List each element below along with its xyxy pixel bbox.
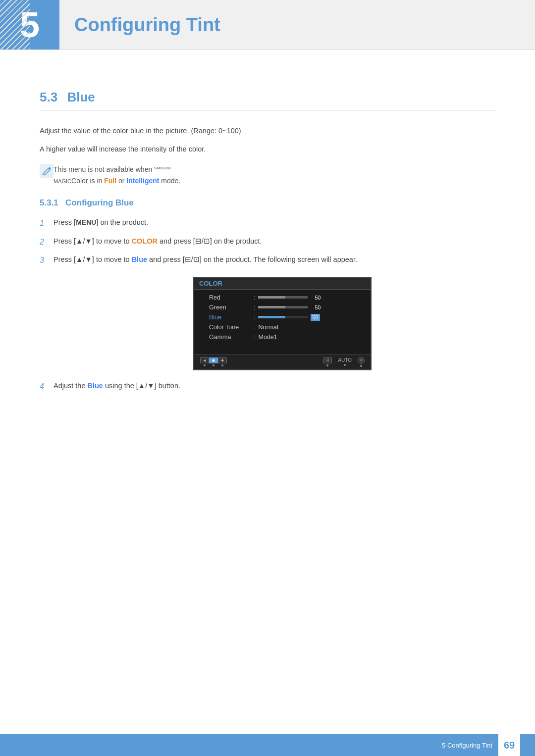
footer-page-number: 69 xyxy=(498,734,520,756)
footer-btn-auto: AUTO xyxy=(338,357,352,366)
footer-btn-power: ⊙ xyxy=(358,357,365,367)
main-content: 5.3 Blue Adjust the value of the color b… xyxy=(0,90,535,443)
subsection-title-text: Configuring Blue xyxy=(65,198,134,207)
footer-chapter-text: 5 Configuring Tint xyxy=(442,742,492,749)
menu-key: MENU xyxy=(76,218,96,226)
step-number-1: 1 xyxy=(40,217,54,230)
menu-row-blue: Blue : 50 xyxy=(194,312,371,322)
chapter-title: Configuring Tint xyxy=(59,14,220,36)
bar-track-green xyxy=(258,306,308,308)
footer-dot-1 xyxy=(204,364,206,366)
footer-icon-square: ■ xyxy=(209,357,218,363)
footer-dot-6 xyxy=(360,365,362,367)
note-end: mode. xyxy=(159,177,180,185)
footer-icon-plus: ✚ xyxy=(218,357,227,363)
steps-list: 1 Press [MENU] on the product. 2 Press [… xyxy=(40,217,495,267)
note-full-word: Full xyxy=(104,177,116,185)
menu-value-gamma: Mode1 xyxy=(258,334,277,341)
menu-row-red: Red : 50 xyxy=(194,293,371,302)
note-intelligent-word: Intelligent xyxy=(126,177,159,185)
menu-row-green: Green : 50 xyxy=(194,302,371,312)
footer-icon-power: ⊙ xyxy=(358,357,365,364)
step-text-1: Press [MENU] on the product. xyxy=(54,217,495,228)
color-word-step2: COLOR xyxy=(132,237,158,245)
footer-dot-5 xyxy=(344,364,346,366)
bar-track-blue xyxy=(258,316,308,318)
step-text-4: Adjust the Blue using the [▲/▼] button. xyxy=(54,380,495,392)
footer-btn-monitor: ⊟ xyxy=(323,357,332,366)
step-2: 2 Press [▲/▼] to move to COLOR and press… xyxy=(40,236,495,249)
chapter-banner: 5 Configuring Tint xyxy=(0,0,535,50)
menu-row-gamma: Gamma : Mode1 xyxy=(194,332,371,342)
description-para2: A higher value will increase the intensi… xyxy=(40,144,495,155)
footer-btn-square: ■ xyxy=(209,357,218,366)
step-text-3: Press [▲/▼] to move to Blue and press [⊟… xyxy=(54,254,495,265)
note-text-before: This menu is not available when xyxy=(54,165,154,173)
bar-value-blue: 50 xyxy=(311,314,320,321)
monitor-footer: ◄ ■ ✚ ⊟ AUTO xyxy=(194,354,371,369)
menu-label-blue: Blue xyxy=(209,314,254,321)
description-para1: Adjust the value of the color blue in th… xyxy=(40,125,495,137)
note-or: or xyxy=(116,177,126,185)
footer-auto-text: AUTO xyxy=(338,357,352,363)
chapter-header: 5 Configuring Tint xyxy=(0,0,535,70)
footer-dot-4 xyxy=(326,364,328,366)
subsection-number: 5.3.1 xyxy=(40,198,58,207)
monitor-screen: COLOR Red : 50 Green : xyxy=(193,277,372,370)
footer-icon-monitor: ⊟ xyxy=(323,357,332,363)
bar-value-green: 50 xyxy=(311,304,321,310)
step-1: 1 Press [MENU] on the product. xyxy=(40,217,495,230)
footer-dot-3 xyxy=(221,364,223,366)
menu-label-colortone: Color Tone xyxy=(209,324,254,331)
step-3: 3 Press [▲/▼] to move to Blue and press … xyxy=(40,254,495,267)
section-number: 5.3 xyxy=(40,90,57,104)
bar-value-red: 50 xyxy=(311,295,321,301)
section-heading: 5.3 Blue xyxy=(40,90,495,110)
monitor-menu-header: COLOR xyxy=(194,278,371,290)
color-word-step4: Blue xyxy=(88,382,103,390)
note-content: This menu is not available when SAMSUNGM… xyxy=(54,164,180,186)
step-text-2: Press [▲/▼] to move to COLOR and press [… xyxy=(54,236,495,247)
note-text-mid: Color is in xyxy=(71,177,104,185)
step-number-2: 2 xyxy=(40,236,54,249)
step-number-4: 4 xyxy=(40,380,54,393)
monitor-menu-body: Red : 50 Green : xyxy=(194,290,371,354)
footer-icon-left: ◄ xyxy=(200,357,209,363)
screen-container: COLOR Red : 50 Green : xyxy=(69,277,495,370)
note-box: This menu is not available when SAMSUNGM… xyxy=(40,164,495,186)
menu-row-colortone: Color Tone : Normal xyxy=(194,322,371,332)
step-number-3: 3 xyxy=(40,254,54,267)
color-word-step3: Blue xyxy=(132,255,147,263)
menu-value-red: 50 xyxy=(258,295,321,301)
page-footer: 5 Configuring Tint 69 xyxy=(0,734,535,756)
menu-value-colortone: Normal xyxy=(258,324,278,331)
step-4: 4 Adjust the Blue using the [▲/▼] button… xyxy=(40,380,495,393)
footer-dot-2 xyxy=(213,364,214,366)
bar-track-red xyxy=(258,296,308,299)
menu-label-gamma: Gamma xyxy=(209,334,254,341)
step-4-list: 4 Adjust the Blue using the [▲/▼] button… xyxy=(40,380,495,393)
bar-fill-green xyxy=(258,306,285,308)
menu-spacer xyxy=(194,342,371,351)
footer-btn-plus: ✚ xyxy=(218,357,227,366)
diagonal-decoration xyxy=(0,0,30,50)
subsection-heading: 5.3.1 Configuring Blue xyxy=(40,198,495,208)
menu-label-green: Green xyxy=(209,304,254,311)
menu-value-green: 50 xyxy=(258,304,321,310)
bar-fill-red xyxy=(258,296,285,299)
menu-value-blue: 50 xyxy=(258,314,320,321)
footer-btn-left: ◄ xyxy=(200,357,209,366)
note-icon xyxy=(40,164,54,178)
section-title-text: Blue xyxy=(67,90,95,104)
menu-label-red: Red xyxy=(209,294,254,301)
bar-fill-blue xyxy=(258,316,285,318)
